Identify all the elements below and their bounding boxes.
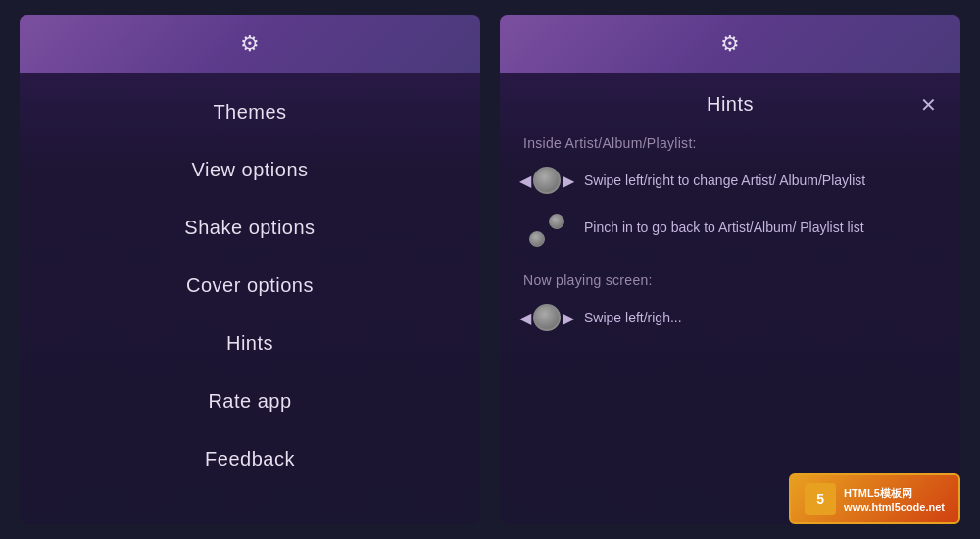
close-button[interactable]: ✕ (920, 95, 937, 115)
hints-content: Hints ✕ Inside Artist/Album/Playlist: ◀ … (500, 74, 960, 524)
main-container: ⚙ Themes View options Shake options Cove… (20, 15, 960, 524)
menu-item-feedback[interactable]: Feedback (20, 430, 480, 488)
arrow-right-icon: ▶ (563, 172, 574, 190)
right-panel: ⚙ Hints ✕ Inside Artist/Album/Playlist: … (500, 15, 960, 524)
swipe-circle-2 (533, 304, 561, 331)
menu-list: Themes View options Shake options Cover … (20, 74, 480, 524)
hint-item-swipe: ◀ ▶ Swipe left/right to change Artist/ A… (523, 167, 937, 194)
swipe-circle (533, 167, 561, 194)
pinch-dot-bottom (529, 231, 545, 247)
menu-item-view-options[interactable]: View options (20, 141, 480, 199)
swipe-icon: ◀ ▶ (519, 167, 574, 194)
watermark-text: HTML5模板网 www.html5code.net (844, 486, 945, 513)
section-label-2: Now playing screen: (523, 272, 937, 288)
right-panel-header: ⚙ (500, 15, 960, 74)
hint-text-swipe: Swipe left/right to change Artist/ Album… (584, 167, 865, 191)
watermark-logo: 5 (805, 483, 836, 514)
menu-item-hints[interactable]: Hints (20, 315, 480, 372)
hint-text-now-playing: Swipe left/righ... (584, 304, 682, 328)
watermark-line1: HTML5模板网 (844, 486, 945, 501)
arrow-left-icon: ◀ (519, 172, 531, 190)
watermark-line2: www.html5code.net (844, 501, 945, 513)
arrow-left-icon-2: ◀ (519, 309, 531, 327)
left-panel-header: ⚙ (20, 15, 480, 74)
menu-item-themes[interactable]: Themes (20, 83, 480, 141)
menu-item-shake-options[interactable]: Shake options (20, 199, 480, 257)
hints-title-row: Hints ✕ (523, 93, 937, 116)
menu-item-cover-options[interactable]: Cover options (20, 257, 480, 315)
gear-icon-right: ⚙ (720, 31, 740, 57)
swipe-icon-2: ◀ ▶ (519, 304, 574, 331)
hint-item-now-playing: ◀ ▶ Swipe left/righ... (523, 304, 937, 331)
hints-title: Hints (707, 93, 754, 116)
gear-icon-left: ⚙ (240, 31, 260, 57)
arrow-right-icon-2: ▶ (563, 309, 574, 327)
left-panel: ⚙ Themes View options Shake options Cove… (20, 15, 480, 524)
pinch-icon-container (523, 214, 570, 253)
hint-item-pinch: Pinch in to go back to Artist/Album/ Pla… (523, 214, 937, 253)
menu-item-rate-app[interactable]: Rate app (20, 372, 480, 430)
section-label-1: Inside Artist/Album/Playlist: (523, 135, 937, 151)
swipe-icon-container-2: ◀ ▶ (523, 304, 570, 331)
page-wrapper: ⚙ Themes View options Shake options Cove… (0, 0, 980, 539)
hint-text-pinch: Pinch in to go back to Artist/Album/ Pla… (584, 214, 864, 238)
swipe-icon-container: ◀ ▶ (523, 167, 570, 194)
pinch-dot-top (549, 214, 564, 229)
watermark: 5 HTML5模板网 www.html5code.net (789, 473, 960, 524)
pinch-icon (529, 214, 564, 253)
